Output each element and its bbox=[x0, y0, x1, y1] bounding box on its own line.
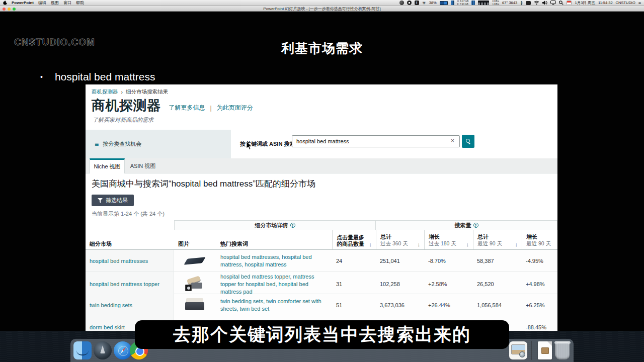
cell-clicks: 24 bbox=[332, 250, 376, 272]
sort-arrow-icon[interactable]: ↓ bbox=[515, 241, 518, 247]
brightness-icon[interactable]: ☀ bbox=[422, 1, 426, 6]
filter-label: 筛选结果 bbox=[106, 197, 128, 204]
breadcrumb-separator: › bbox=[121, 89, 123, 95]
table-row: hospital bed mattresses hospital bed mat… bbox=[86, 250, 557, 272]
cell-total360: 102,258 bbox=[376, 272, 424, 297]
menubar-username[interactable]: CNSTUDIO bbox=[616, 1, 635, 5]
menu-window[interactable]: 窗口 bbox=[63, 0, 71, 6]
apple-icon[interactable] bbox=[3, 1, 7, 5]
help-icon[interactable]: ? bbox=[473, 223, 478, 228]
memory-bars-icon[interactable] bbox=[451, 1, 454, 5]
macos-menubar: PowerPoint 编辑 视图 窗口 帮助 ! ☀ 38% U: 8.07 G… bbox=[0, 0, 644, 6]
cell-growth180: +2.58% bbox=[424, 272, 473, 297]
cell-growth90: -88.45% bbox=[522, 316, 557, 331]
cell-growth180: +26.44% bbox=[424, 294, 473, 316]
volume-icon[interactable] bbox=[542, 1, 547, 5]
calendar-icon[interactable] bbox=[567, 1, 572, 5]
display-mirroring-icon[interactable] bbox=[550, 1, 556, 5]
notification-center-icon[interactable]: ≡ bbox=[638, 1, 641, 6]
col-total-360[interactable]: 总计过去 360 天 ↓ bbox=[376, 230, 424, 249]
niche-table: 细分市场详情 ? 搜索量 ? 细分市场 图片 热门搜索词 点击量最多的商品数量 … bbox=[86, 220, 557, 331]
spotlight-search-icon[interactable] bbox=[559, 1, 564, 5]
menu-powerpoint[interactable]: PowerPoint bbox=[12, 1, 34, 5]
eye-icon[interactable] bbox=[407, 1, 412, 5]
safari-icon[interactable] bbox=[114, 341, 132, 359]
product-thumbnail bbox=[184, 297, 206, 313]
sort-arrow-icon[interactable]: ↓ bbox=[466, 241, 469, 247]
dock-divider bbox=[531, 341, 532, 360]
headset-icon[interactable] bbox=[399, 1, 404, 5]
alert-icon[interactable]: ! bbox=[415, 1, 419, 5]
temp-fan-readout: 67° 3643 bbox=[502, 1, 517, 5]
menu-view[interactable]: 视图 bbox=[51, 0, 59, 6]
bullet-text: hospital bed mattress bbox=[55, 71, 155, 83]
header-links: 了解更多信息 | 为此页面评分 bbox=[169, 104, 253, 115]
keywords-link[interactable]: hospital bed mattress topper, mattress t… bbox=[220, 273, 328, 296]
filter-results-button[interactable]: 筛选结果 bbox=[92, 195, 134, 206]
table-row: twin bedding sets twin bedding sets, twi… bbox=[86, 294, 557, 316]
tab-asin-view[interactable]: ASIN 视图 bbox=[125, 158, 160, 173]
document-icon[interactable] bbox=[536, 341, 554, 359]
col-total-90[interactable]: 总计最近 90 天 ↓ bbox=[473, 230, 522, 249]
niche-link[interactable]: hospital bed mattresses bbox=[90, 258, 148, 264]
trash-icon[interactable] bbox=[554, 341, 571, 359]
wifi-icon[interactable] bbox=[534, 1, 539, 5]
battery-percent: 38% bbox=[429, 1, 437, 5]
keywords-link[interactable]: hospital bed mattresses, hospital bed ma… bbox=[220, 253, 328, 268]
hamburger-icon: ≡ bbox=[95, 140, 99, 148]
zoom-window-button[interactable] bbox=[13, 8, 16, 11]
keyword-search-input[interactable] bbox=[292, 135, 460, 147]
minimize-window-button[interactable] bbox=[8, 8, 11, 11]
cell-clicks: 31 bbox=[332, 272, 376, 297]
results-heading: 美国商城中与搜索词“hospital bed mattress”匹配的细分市场 bbox=[92, 178, 315, 190]
learn-more-link[interactable]: 了解更多信息 bbox=[169, 104, 205, 112]
product-thumbnail bbox=[184, 276, 206, 292]
breadcrumb: 商机探测器 › 细分市场搜索结果 bbox=[92, 88, 168, 96]
col-top-clicked[interactable]: 点击量最多的商品数量 ↓ bbox=[332, 230, 376, 249]
finder-icon[interactable] bbox=[73, 341, 92, 359]
sort-arrow-icon[interactable]: ↓ bbox=[369, 241, 372, 247]
close-window-button[interactable] bbox=[3, 8, 6, 11]
product-thumbnail bbox=[184, 253, 206, 269]
col-growth-180[interactable]: 增长过去 180 天 ↓ bbox=[424, 230, 473, 249]
preview-icon[interactable] bbox=[509, 341, 527, 359]
cpu-history-graph-icon[interactable] bbox=[478, 1, 489, 5]
bullet-marker: • bbox=[40, 73, 43, 81]
breadcrumb-current: 细分市场搜索结果 bbox=[126, 88, 168, 96]
tab-niche-view[interactable]: Niche 视图 bbox=[90, 158, 125, 173]
rate-page-link[interactable]: 为此页面评分 bbox=[217, 104, 253, 112]
breadcrumb-root-link[interactable]: 商机探测器 bbox=[92, 88, 118, 96]
niche-link[interactable]: twin bedding sets bbox=[90, 302, 132, 308]
opportunity-explorer-screenshot: 商机探测器 › 细分市场搜索结果 商机探测器 了解更多信息 | 为此页面评分 了… bbox=[86, 84, 557, 331]
browse-label: 按分类查找机会 bbox=[103, 140, 141, 148]
keyboard-icon[interactable] bbox=[526, 1, 531, 5]
link-divider: | bbox=[210, 105, 212, 112]
menu-help[interactable]: 帮助 bbox=[76, 0, 84, 6]
cell-total360: 251,041 bbox=[376, 250, 424, 272]
group-search-volume: 搜索量 bbox=[455, 222, 471, 229]
help-icon[interactable]: ? bbox=[290, 223, 295, 228]
browse-by-category-button[interactable]: ≡ 按分类查找机会 bbox=[86, 130, 231, 158]
funnel-icon bbox=[98, 198, 103, 203]
keywords-link[interactable]: twin bedding sets, twin comforter set wi… bbox=[220, 298, 328, 313]
cell-total90: 58,387 bbox=[473, 250, 522, 272]
niche-link[interactable]: dorm bed skirt bbox=[90, 324, 125, 330]
sort-arrow-icon[interactable]: ↓ bbox=[418, 241, 421, 247]
group-niche-details: 细分市场详情 bbox=[255, 222, 288, 229]
cell-growth90: +4.98% bbox=[522, 272, 557, 297]
launchpad-icon[interactable] bbox=[94, 341, 112, 359]
col-growth-90[interactable]: 增长最近 90 天 bbox=[522, 230, 557, 249]
bluetooth-icon[interactable]: ᛒ bbox=[520, 1, 523, 6]
niche-link[interactable]: hospital bed mattress topper bbox=[90, 281, 159, 287]
cell-total360: 3,673,036 bbox=[376, 294, 424, 316]
mouse-cursor bbox=[246, 141, 253, 152]
search-button[interactable] bbox=[462, 135, 474, 148]
page-tagline: 了解买家对新商品的需求 bbox=[93, 116, 153, 124]
cpu-bars-icon[interactable] bbox=[471, 1, 475, 5]
battery-graph-icon[interactable] bbox=[440, 1, 448, 5]
table-row: hospital bed mattress topper hospital be… bbox=[86, 272, 557, 294]
page-title: 商机探测器 bbox=[92, 97, 161, 115]
menu-edit[interactable]: 编辑 bbox=[38, 0, 46, 6]
clear-search-icon[interactable]: × bbox=[451, 137, 454, 144]
table-column-header: 细分市场 图片 热门搜索词 点击量最多的商品数量 ↓ 总计过去 360 天 ↓ … bbox=[86, 230, 557, 250]
